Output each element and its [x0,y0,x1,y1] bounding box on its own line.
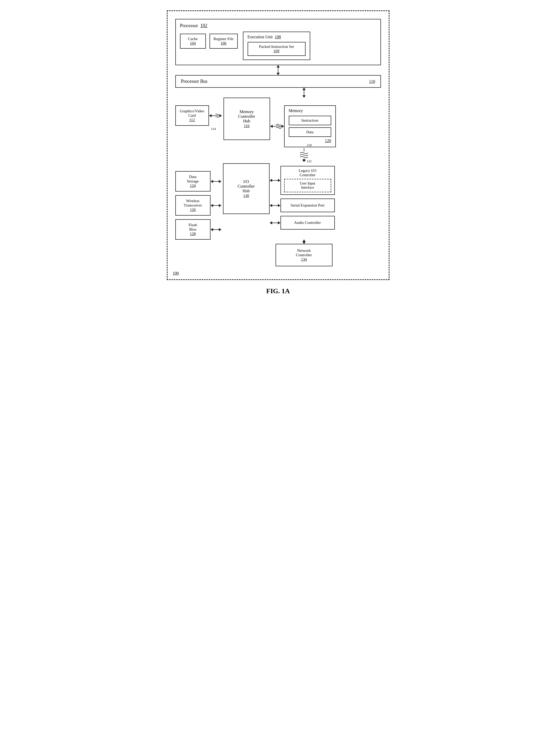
serial-expansion-label: Serial Expansion Port [290,203,324,207]
graphics-video-card-box: Graphics/VideoCard 112 [175,105,209,126]
network-controller-label: NetworkController [281,249,327,257]
flash-bios-connector [211,228,221,231]
ioh-to-net-arrow [227,240,381,244]
memory-ref: 120 [325,139,331,143]
serial-row: Serial Expansion Port [270,198,335,212]
memory-box: Memory Instruction Data 120 [284,105,336,147]
execution-unit-box: Execution Unit 108 Packed Instruction Se… [243,32,310,60]
middle-row: Graphics/VideoCard 112 114 [175,98,381,147]
audio-row: Audio Controller [270,216,335,230]
wavy-line-hub [300,151,308,159]
flash-bios-label: FlashBios [178,223,207,232]
data-box: Data [289,127,331,137]
instruction-label: Instruction [302,118,318,122]
processor-bus-box: Processor Bus 110 [175,75,381,88]
mch-label: MemoryControllerHub [238,110,255,123]
wireless-connector [211,204,221,207]
io-right-col: Legacy I/OController User InputInterface… [270,163,335,230]
wireless-ref: 126 [190,207,196,212]
data-storage-connector [211,180,221,183]
processor-bus-ref: 110 [369,79,375,84]
instruction-box: Instruction [289,116,331,125]
legacy-io-row: Legacy I/OController User InputInterface [270,166,335,195]
memory-connector-row: Memory Instruction Data 120 [270,105,336,147]
graphics-ref: 112 [189,118,195,122]
mch-col: MemoryControllerHub 116 [223,98,270,140]
processor-ref: 102 [201,23,207,28]
fig-label-text: FIG. 1A [266,287,290,295]
mch-ref: 116 [244,124,250,128]
outer-ref-label: 100 [173,271,179,276]
wireless-box: WirelessTransceiver 126 [175,195,211,216]
io-hub-label: I/OControllerHub [238,179,255,193]
audio-controller-box: Audio Controller [280,216,335,230]
data-storage-ref: 124 [190,184,196,188]
flash-bios-box: FlashBios 128 [175,219,211,240]
io-left-col: DataStorage 124 WirelessTransceiver 126 [175,163,221,240]
bus-to-mch-arrow [227,88,381,98]
network-controller-ref: 134 [301,257,307,261]
wireless-label: WirelessTransceiver [178,199,207,207]
legacy-io-title: Legacy I/OController [284,168,331,177]
data-label: Data [306,130,313,134]
network-controller-box: NetworkController 134 [276,244,333,266]
graphics-label: Graphics/VideoCard [178,109,206,118]
register-file-label: Register File [214,37,234,41]
serial-expansion-box: Serial Expansion Port [280,198,335,212]
register-file-ref: 106 [221,41,227,45]
wireless-row: WirelessTransceiver 126 [175,195,221,216]
agp-ref: 114 [211,127,222,131]
legacy-io-outer: Legacy I/OController User InputInterface [280,166,335,195]
agp-connector [209,113,222,118]
cache-box: Cache 104 [180,34,206,49]
execution-unit-label: Execution Unit 108 [248,35,306,39]
graphics-col: Graphics/VideoCard 112 114 [175,98,222,131]
network-row: NetworkController 134 [227,244,381,266]
data-storage-box: DataStorage 124 [175,171,211,192]
diagram-outer: Processor 102 Cache 104 Register File 10… [167,10,389,280]
user-input-box: User InputInterface [284,179,331,192]
wavy-line-agp [215,113,219,118]
audio-connector [270,221,280,224]
data-storage-row: DataStorage 124 [175,171,221,192]
packed-instruction-set-ref: 109 [274,49,279,53]
hub-link-ref: 122 [307,159,312,163]
mch-to-ioh-connector: 122 [227,148,381,163]
register-file-box: Register File 106 [209,34,238,49]
io-row: DataStorage 124 WirelessTransceiver 126 [175,163,381,240]
cache-ref: 104 [190,41,196,45]
io-hub-box: I/OControllerHub 130 [223,163,270,214]
processor-bus-label: Processor Bus [181,79,208,84]
audio-controller-label: Audio Controller [294,221,321,225]
memory-title: Memory [289,108,331,113]
data-storage-label: DataStorage [178,175,207,184]
memory-bus-connector [270,123,284,129]
outer-ref: 100 [173,271,179,275]
io-hub-col: I/OControllerHub 130 [223,163,270,214]
mch-box: MemoryControllerHub 116 [223,98,270,140]
legacy-connector [270,179,280,182]
serial-connector [270,204,280,207]
memory-bus-ref: 118 [307,143,312,147]
fig-label: FIG. 1A [266,287,290,295]
cache-label: Cache [184,37,202,41]
flash-bios-ref: 128 [190,232,196,236]
flash-bios-row: FlashBios 128 [175,219,221,240]
io-hub-ref: 130 [243,194,249,198]
proc-to-bus-arrow [175,65,381,75]
packed-instruction-set-box: Packed Instruction Set 109 [248,42,306,56]
execution-unit-ref: 108 [275,35,281,39]
packed-instruction-set-label: Packed Instruction Set [252,44,301,49]
processor-label: Processor 102 [180,23,376,29]
wavy-line-memory [276,123,281,129]
